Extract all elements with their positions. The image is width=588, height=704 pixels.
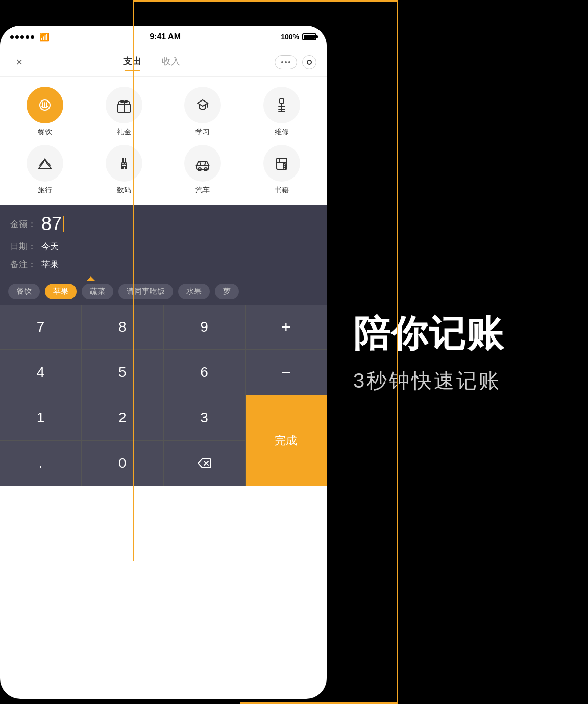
key-minus[interactable]: − — [246, 350, 327, 395]
travel-icon-bg — [27, 145, 63, 182]
date-value: 今天 — [41, 241, 59, 253]
done-button[interactable]: 完成 — [246, 395, 327, 486]
wifi-icon: 📶 — [39, 32, 50, 42]
tag-apple[interactable]: 苹果 — [45, 284, 77, 299]
tags-section: 餐饮 苹果 蔬菜 请同事吃饭 水果 萝 — [0, 281, 327, 305]
signal-dot-3 — [20, 35, 24, 39]
car-icon-bg — [184, 145, 221, 182]
main-slogan: 陪你记账 — [353, 310, 588, 359]
key-0[interactable]: 0 — [82, 441, 163, 486]
note-value: 苹果 — [41, 259, 59, 270]
status-right: 100% — [281, 33, 316, 41]
signal-dot-2 — [15, 35, 19, 39]
category-travel[interactable]: 旅行 — [8, 145, 82, 195]
key-6[interactable]: 6 — [164, 350, 245, 395]
phone-mockup: 📶 9:41 AM 100% × 支出 收入 — [0, 26, 327, 699]
books-label: 书籍 — [275, 186, 289, 195]
keyboard-grid: 7 8 9 + 4 5 6 − 1 2 3 完成 . 0 — [0, 305, 327, 486]
note-row[interactable]: 备注： 苹果 — [10, 259, 316, 270]
signal-dot-1 — [10, 35, 14, 39]
input-section: 金额： 87 日期： 今天 备注： 苹果 — [0, 205, 327, 281]
more-dot-1 — [281, 61, 283, 63]
key-4[interactable]: 4 — [0, 350, 81, 395]
dining-label: 餐饮 — [38, 128, 52, 137]
category-study[interactable]: 学习 — [166, 87, 240, 137]
category-gift[interactable]: 礼金 — [87, 87, 161, 137]
battery-fill — [304, 35, 315, 39]
key-9[interactable]: 9 — [164, 305, 245, 349]
more-dot-3 — [288, 61, 290, 63]
right-panel: 陪你记账 3秒钟快速记账 — [323, 0, 588, 704]
key-3[interactable]: 3 — [164, 395, 245, 440]
key-8[interactable]: 8 — [82, 305, 163, 349]
app-header: × 支出 收入 — [0, 48, 327, 77]
category-section: 餐饮 礼金 — [0, 77, 327, 205]
status-left: 📶 — [10, 32, 50, 42]
svg-rect-8 — [280, 99, 284, 103]
category-digital[interactable]: 数码 — [87, 145, 161, 195]
signal-dot-5 — [31, 35, 34, 39]
gift-icon-bg — [106, 87, 142, 123]
key-7[interactable]: 7 — [0, 305, 81, 349]
more-dot-2 — [285, 61, 287, 63]
amount-row: 金额： 87 — [10, 213, 316, 235]
digital-icon-bg — [106, 145, 142, 182]
repair-label: 维修 — [275, 128, 289, 137]
category-dining[interactable]: 餐饮 — [8, 87, 82, 137]
gift-label: 礼金 — [117, 128, 131, 137]
tag-dining[interactable]: 餐饮 — [8, 284, 40, 299]
signal-dot-4 — [26, 35, 29, 39]
repair-icon-bg — [263, 87, 300, 123]
triangle-pointer — [87, 276, 95, 281]
record-button[interactable] — [302, 55, 316, 69]
key-plus[interactable]: + — [246, 305, 327, 349]
date-row[interactable]: 日期： 今天 — [10, 241, 316, 253]
input-cursor — [63, 216, 64, 232]
amount-label: 金额： — [10, 218, 36, 230]
key-5[interactable]: 5 — [82, 350, 163, 395]
dining-icon-bg — [27, 87, 63, 123]
tag-vegetable[interactable]: 蔬菜 — [82, 284, 113, 299]
keyboard-section: 7 8 9 + 4 5 6 − 1 2 3 完成 . 0 — [0, 305, 327, 486]
tag-colleague-dinner[interactable]: 请同事吃饭 — [118, 284, 173, 299]
category-grid: 餐饮 礼金 — [8, 87, 318, 195]
study-label: 学习 — [195, 128, 210, 137]
tab-container: 支出 收入 — [29, 55, 275, 69]
record-inner-icon — [307, 60, 312, 65]
svg-point-17 — [124, 162, 126, 164]
more-button[interactable] — [275, 55, 297, 69]
tab-expense[interactable]: 支出 — [123, 55, 141, 69]
tag-more[interactable]: 萝 — [215, 284, 239, 299]
amount-value: 87 — [41, 213, 64, 235]
status-time: 9:41 AM — [150, 32, 181, 41]
signal-dots — [10, 35, 34, 39]
category-books[interactable]: 书籍 — [245, 145, 319, 195]
battery-percent: 100% — [281, 33, 299, 41]
note-label: 备注： — [10, 259, 36, 270]
battery-icon — [302, 33, 316, 40]
sub-slogan: 3秒钟快速记账 — [353, 367, 588, 395]
tags-row: 餐饮 苹果 蔬菜 请同事吃饭 水果 萝 — [8, 284, 318, 299]
key-1[interactable]: 1 — [0, 395, 81, 440]
books-icon-bg — [263, 145, 300, 182]
close-button[interactable]: × — [10, 53, 29, 71]
tag-fruit[interactable]: 水果 — [178, 284, 210, 299]
car-label: 汽车 — [195, 186, 210, 195]
category-car[interactable]: 汽车 — [166, 145, 240, 195]
key-dot[interactable]: . — [0, 441, 81, 486]
category-repair[interactable]: 维修 — [245, 87, 319, 137]
header-right — [275, 55, 316, 69]
date-label: 日期： — [10, 241, 36, 253]
study-icon-bg — [184, 87, 221, 123]
travel-label: 旅行 — [38, 186, 52, 195]
tab-income[interactable]: 收入 — [162, 55, 180, 69]
key-2[interactable]: 2 — [82, 395, 163, 440]
status-bar: 📶 9:41 AM 100% — [0, 26, 327, 48]
digital-label: 数码 — [117, 186, 131, 195]
key-backspace[interactable] — [164, 441, 245, 486]
